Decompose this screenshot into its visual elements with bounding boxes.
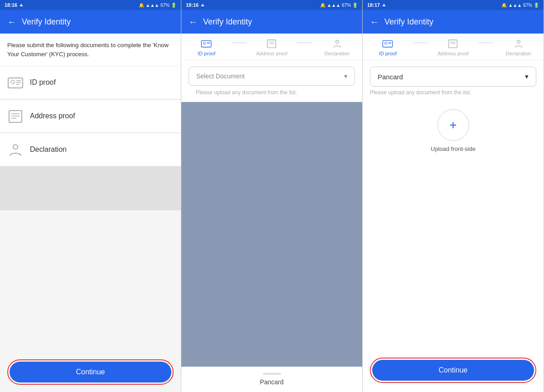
status-bar-3: 18:17 🔔 ▲▲▲ 67% 🔋 xyxy=(363,0,544,10)
svg-point-9 xyxy=(13,145,18,149)
pancard-bottom-sheet: Pancard xyxy=(181,367,362,392)
pancard-label: Pancard xyxy=(260,378,283,386)
svg-rect-18 xyxy=(383,40,393,47)
svg-point-1 xyxy=(11,80,15,84)
svg-rect-14 xyxy=(267,40,276,48)
tab-declaration-2[interactable]: Declaration xyxy=(312,38,362,56)
continue-button-1[interactable]: Continue xyxy=(10,362,171,382)
kyc-item-id-proof[interactable]: ID proof xyxy=(0,66,181,99)
status-time-2: 18:16 xyxy=(186,2,205,8)
tab-id-proof-2[interactable]: ID proof xyxy=(181,38,232,56)
back-button-2[interactable]: ← xyxy=(189,17,198,27)
tab-divider-3 xyxy=(413,43,428,43)
address-proof-icon xyxy=(7,108,24,124)
screen3-content: Pancard ▾ Please upload any document fro… xyxy=(363,60,544,392)
tab-address-proof-2[interactable]: Address proof xyxy=(247,38,297,56)
screen1-content: Please submit the following documents to… xyxy=(0,34,181,392)
status-bar-2: 18:16 🔔 ▲▲▲ 67% 🔋 xyxy=(181,0,362,10)
svg-rect-0 xyxy=(8,78,23,88)
status-time-1: 18:16 xyxy=(5,2,24,8)
tab-divider-1 xyxy=(232,43,247,43)
kyc-item-address-label: Address proof xyxy=(30,112,75,120)
tab-declaration-label-3: Declaration xyxy=(506,51,531,56)
tabs-bar-2: ID proof Address proof Declaration xyxy=(181,34,362,60)
chevron-down-icon: ▾ xyxy=(344,73,347,80)
grey-area-2 xyxy=(181,102,362,367)
svg-rect-10 xyxy=(202,40,211,47)
chevron-down-icon-3: ▾ xyxy=(525,73,529,81)
tab-divider-2 xyxy=(297,43,312,43)
declaration-icon xyxy=(7,141,24,158)
id-proof-icon xyxy=(7,74,24,91)
tab-declaration-label-2: Declaration xyxy=(325,51,350,56)
svg-rect-5 xyxy=(9,111,22,122)
plus-icon: + xyxy=(449,118,457,132)
status-icons-1: 🔔 ▲▲▲ 67% 🔋 xyxy=(139,3,176,8)
upload-front-label: Upload front-side xyxy=(431,145,476,152)
kyc-item-id-label: ID proof xyxy=(30,78,56,87)
tab-address-proof-3[interactable]: Address proof xyxy=(428,38,478,56)
upload-circle-button[interactable]: + xyxy=(437,109,469,141)
nav-bar-3: ← Verify Identity xyxy=(363,10,544,34)
select-doc-dropdown[interactable]: Select Document ▾ xyxy=(189,67,355,86)
tab-address-label-2: Address proof xyxy=(256,51,287,56)
kyc-items-list: ID proof Address proof xyxy=(0,66,181,210)
sheet-handle xyxy=(263,373,281,375)
nav-bar-2: ← Verify Identity xyxy=(181,10,362,34)
svg-rect-22 xyxy=(449,40,457,48)
status-time-3: 18:17 xyxy=(367,2,386,8)
tab-divider-4 xyxy=(478,43,493,43)
kyc-description: Please submit the following documents to… xyxy=(0,34,181,66)
nav-title-3: Verify Identity xyxy=(384,17,433,27)
kyc-item-declaration[interactable]: Declaration xyxy=(0,133,181,166)
screen1: 18:16 🔔 ▲▲▲ 67% 🔋 ← Verify Identity Plea… xyxy=(0,0,181,392)
continue-btn-border-3: Continue xyxy=(370,358,536,383)
svg-point-25 xyxy=(517,40,520,44)
tab-id-label-3: ID proof xyxy=(379,51,397,56)
back-button-1[interactable]: ← xyxy=(7,17,16,27)
tab-declaration-3[interactable]: Declaration xyxy=(493,38,544,56)
upload-area: + Upload front-side xyxy=(370,109,536,152)
tab-id-proof-3[interactable]: ID proof xyxy=(363,38,413,56)
back-button-3[interactable]: ← xyxy=(370,17,379,27)
upload-hint-3: Please upload any document from the list… xyxy=(363,87,544,96)
screens-container: 18:16 🔔 ▲▲▲ 67% 🔋 ← Verify Identity Plea… xyxy=(0,0,544,392)
tab-address-label-3: Address proof xyxy=(437,51,468,56)
status-icons-3: 🔔 ▲▲▲ 67% 🔋 xyxy=(501,3,539,8)
svg-point-11 xyxy=(204,42,206,44)
tabs-bar-3: ID proof Address proof Declaration xyxy=(363,34,544,60)
select-doc-area: Select Document ▾ Please upload any docu… xyxy=(181,60,362,102)
continue-btn-border-1: Continue xyxy=(7,359,174,385)
kyc-item-declaration-label: Declaration xyxy=(30,145,67,154)
upload-hint-2: Please upload any document from the list… xyxy=(189,86,355,96)
nav-title-2: Verify Identity xyxy=(203,17,252,27)
pancard-dropdown[interactable]: Pancard ▾ xyxy=(370,67,536,87)
status-bar-1: 18:16 🔔 ▲▲▲ 67% 🔋 xyxy=(0,0,181,10)
kyc-item-address-proof[interactable]: Address proof xyxy=(0,100,181,133)
svg-point-17 xyxy=(335,40,339,44)
screen3: 18:17 🔔 ▲▲▲ 67% 🔋 ← Verify Identity xyxy=(363,0,544,392)
tab-id-label-2: ID proof xyxy=(198,51,215,56)
select-doc-placeholder: Select Document xyxy=(196,73,245,80)
nav-title-1: Verify Identity xyxy=(22,17,71,27)
screen2: 18:16 🔔 ▲▲▲ 67% 🔋 ← Verify Identity xyxy=(181,0,363,392)
svg-point-19 xyxy=(385,42,387,44)
nav-bar-1: ← Verify Identity xyxy=(0,10,181,34)
continue-button-3[interactable]: Continue xyxy=(372,360,534,381)
status-icons-2: 🔔 ▲▲▲ 67% 🔋 xyxy=(320,3,358,8)
selected-doc-value: Pancard xyxy=(378,73,403,81)
